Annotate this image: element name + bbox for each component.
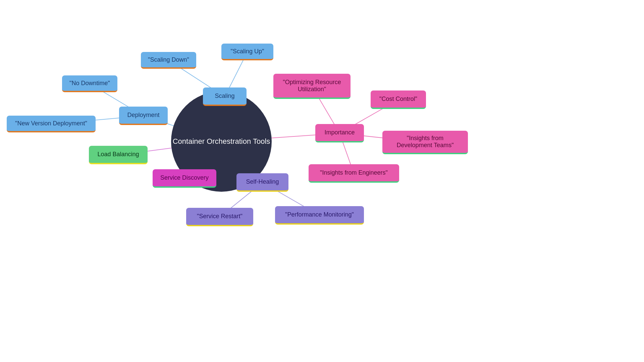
no-downtime-label: "No Downtime" — [69, 80, 110, 87]
node-scaling[interactable]: Scaling — [203, 87, 247, 106]
self-healing-label: Self-Healing — [246, 178, 279, 185]
service-restart-label: "Service Restart" — [197, 213, 243, 220]
insights-dev-label: "Insights from Development Teams" — [388, 135, 462, 149]
deployment-label: Deployment — [127, 112, 159, 119]
new-version-label: "New Version Deployment" — [15, 120, 87, 127]
node-self-healing[interactable]: Self-Healing — [236, 173, 288, 192]
node-cost-control[interactable]: "Cost Control" — [371, 90, 426, 109]
node-perf-monitoring[interactable]: "Performance Monitoring" — [275, 206, 364, 225]
node-scaling-down[interactable]: "Scaling Down" — [141, 52, 196, 69]
optimizing-label: "Optimizing Resource Utilization" — [279, 79, 344, 93]
importance-label: Importance — [324, 129, 355, 136]
insights-eng-label: "Insights from Engineers" — [320, 169, 388, 176]
scaling-down-label: "Scaling Down" — [148, 56, 189, 63]
node-load-balancing[interactable]: Load Balancing — [89, 146, 148, 164]
node-deployment[interactable]: Deployment — [119, 107, 168, 125]
node-insights-eng[interactable]: "Insights from Engineers" — [309, 164, 399, 183]
node-insights-dev[interactable]: "Insights from Development Teams" — [382, 131, 468, 154]
scaling-up-label: "Scaling Up" — [231, 48, 264, 55]
node-service-discovery[interactable]: Service Discovery — [153, 169, 216, 188]
cost-control-label: "Cost Control" — [379, 96, 417, 103]
node-no-downtime[interactable]: "No Downtime" — [62, 75, 117, 92]
scaling-label: Scaling — [215, 93, 234, 100]
node-new-version[interactable]: "New Version Deployment" — [7, 116, 96, 132]
service-discovery-label: Service Discovery — [160, 174, 209, 181]
node-scaling-up[interactable]: "Scaling Up" — [221, 44, 273, 60]
load-balancing-label: Load Balancing — [97, 151, 139, 158]
node-optimizing[interactable]: "Optimizing Resource Utilization" — [273, 74, 351, 99]
center-label: Container Orchestration Tools — [173, 137, 270, 146]
node-importance[interactable]: Importance — [315, 124, 364, 142]
perf-monitoring-label: "Performance Monitoring" — [285, 211, 354, 218]
node-service-restart[interactable]: "Service Restart" — [186, 208, 253, 226]
